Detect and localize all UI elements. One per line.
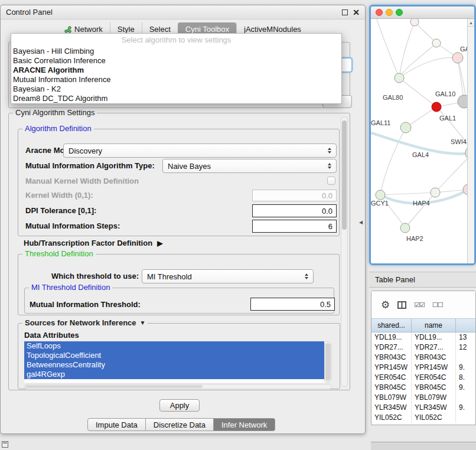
dropdown-placeholder: Select algorithm to view settings bbox=[11, 35, 341, 47]
node-label-hap2: HAP2 bbox=[406, 235, 423, 242]
data-attributes-listbox: SelfLoopsTopologicalCoefficientBetweenne… bbox=[24, 341, 332, 383]
network-node-6[interactable] bbox=[400, 122, 411, 133]
mi-steps-field[interactable]: 6 bbox=[252, 220, 337, 233]
kernel-width-field[interactable]: 0.0 bbox=[252, 190, 337, 201]
scroll-up-arrow-icon[interactable]: ▲ bbox=[468, 19, 474, 27]
attributes-hscrollbar[interactable] bbox=[24, 384, 332, 389]
network-node-9[interactable] bbox=[431, 188, 440, 197]
zoom-button[interactable] bbox=[396, 9, 403, 16]
algorithm-dropdown-list: Bayesian - Hill ClimbingBasic Correlatio… bbox=[11, 47, 341, 103]
node-label-gcy1: GCY1 bbox=[371, 200, 389, 207]
mi-type-combo[interactable]: Naive Bayes bbox=[162, 159, 337, 173]
table-cell: YBL079W bbox=[412, 393, 456, 403]
close-icon[interactable]: ✕ bbox=[353, 8, 360, 17]
table-cell: YBR045C bbox=[371, 383, 412, 393]
column-header-shared[interactable]: shared... bbox=[371, 318, 412, 332]
network-node-3[interactable] bbox=[395, 73, 404, 83]
hub-section-toggle[interactable]: Hub/Transcription Factor Definition ▶ bbox=[24, 239, 162, 247]
panel-collapse-arrow[interactable]: ◀ bbox=[359, 220, 363, 225]
node-label-gal80: GAL80 bbox=[383, 94, 403, 101]
threshold-definition-group: Threshold Definition Which threshold to … bbox=[18, 254, 340, 315]
sources-group-title[interactable]: Sources for Network Inference ▼ bbox=[22, 318, 148, 328]
column-header-2[interactable] bbox=[456, 318, 476, 332]
mi-type-value: Naive Bayes bbox=[168, 162, 211, 171]
table-panel-title: Table Panel bbox=[375, 275, 415, 284]
attribute-item-topologicalcoefficient[interactable]: TopologicalCoefficient bbox=[24, 351, 324, 360]
attribute-item-betweennesscentrality[interactable]: BetweennessCentrality bbox=[24, 360, 324, 370]
table-cell: 12 bbox=[456, 343, 476, 353]
dpi-tolerance-field[interactable]: 0.0 bbox=[252, 204, 337, 217]
which-threshold-combo[interactable]: MI Threshold bbox=[142, 269, 314, 283]
table-row[interactable]: YPR145WYPR145W9. bbox=[371, 363, 475, 373]
algorithm-option-bayesian-k2[interactable]: Bayesian - K2 bbox=[11, 84, 341, 94]
network-node-2[interactable] bbox=[452, 53, 463, 63]
network-node-8[interactable] bbox=[376, 190, 385, 200]
mi-threshold-field[interactable]: 0.5 bbox=[250, 298, 335, 311]
sources-group: Sources for Network Inference ▼ Data Att… bbox=[18, 323, 340, 389]
attributes-hscrollbar-thumb[interactable] bbox=[25, 385, 203, 388]
algorithm-option-bayesian-hill-climbing[interactable]: Bayesian - Hill Climbing bbox=[11, 47, 341, 56]
float-window-icon[interactable] bbox=[342, 9, 348, 15]
table-row[interactable]: YBL079WYBL079W bbox=[371, 393, 475, 403]
attributes-vscrollbar[interactable] bbox=[324, 341, 332, 383]
bottom-tab-discretize-data[interactable]: Discretize Data bbox=[146, 418, 214, 431]
attributes-vscrollbar-thumb[interactable] bbox=[325, 343, 331, 381]
settings-scrollbar-thumb[interactable] bbox=[342, 120, 347, 230]
network-view-window: GAL7GAL80GAL10GAL11GAL1SWI4GAL4GCY1HAP4H… bbox=[369, 5, 476, 265]
minimize-button[interactable] bbox=[386, 9, 393, 16]
settings-scrollbar[interactable] bbox=[341, 116, 348, 387]
table-row[interactable]: YLR345WYLR345W9. bbox=[371, 403, 475, 413]
network-node-1[interactable] bbox=[432, 39, 441, 47]
table-row[interactable]: YDL19...YDL19...13 bbox=[371, 332, 475, 343]
table-cell: YPR145W bbox=[371, 363, 412, 373]
table-row[interactable]: YBR045CYBR045C9. bbox=[371, 383, 475, 393]
node-label-gal4: GAL4 bbox=[412, 151, 429, 158]
attribute-item-selfloops[interactable]: SelfLoops bbox=[24, 341, 324, 351]
column-visibility-icon[interactable] bbox=[397, 301, 406, 309]
table-cell: YBL079W bbox=[371, 393, 412, 403]
network-canvas[interactable]: GAL7GAL80GAL10GAL11GAL1SWI4GAL4GCY1HAP4H… bbox=[371, 19, 474, 263]
network-titlebar[interactable] bbox=[371, 6, 474, 19]
attribute-item-gal4rgexp[interactable]: gal4RGexp bbox=[24, 370, 324, 379]
network-canvas-container[interactable]: GAL7GAL80GAL10GAL11GAL1SWI4GAL4GCY1HAP4H… bbox=[371, 19, 474, 263]
hub-section-label: Hub/Transcription Factor Definition bbox=[24, 239, 152, 247]
select-all-icon[interactable]: ☑☑ bbox=[414, 302, 425, 308]
deselect-all-icon[interactable]: ☐☐ bbox=[432, 302, 443, 308]
node-label-hap4: HAP4 bbox=[413, 200, 430, 207]
network-node-5[interactable] bbox=[432, 102, 441, 112]
which-threshold-label: Which threshold to use: bbox=[51, 272, 139, 281]
bottom-tab-infer-network[interactable]: Infer Network bbox=[214, 418, 275, 431]
algorithm-option-aracne-algorithm[interactable]: ARACNE Algorithm bbox=[11, 66, 341, 75]
column-header-name[interactable]: name bbox=[412, 318, 456, 332]
table-cell: YER054C bbox=[371, 373, 412, 383]
bottom-tab-impute-data[interactable]: Impute Data bbox=[87, 418, 146, 431]
aracne-mode-combo[interactable]: Discovery bbox=[63, 144, 337, 158]
table-cell: YBR043C bbox=[412, 353, 456, 363]
network-vscrollbar[interactable]: ▲ bbox=[467, 19, 474, 263]
table-panel-header[interactable]: Table Panel bbox=[369, 272, 476, 288]
window-title: Control Panel bbox=[6, 8, 53, 17]
mi-threshold-group: MI Threshold Definition Mutual Informati… bbox=[24, 288, 334, 314]
table-cell bbox=[456, 353, 476, 363]
close-button[interactable] bbox=[376, 9, 383, 16]
table-cell: 9. bbox=[456, 383, 476, 393]
table-row[interactable]: YIL052CYIL052C bbox=[371, 413, 475, 423]
table-cell: YDR27... bbox=[412, 343, 456, 353]
restore-panel-icon[interactable] bbox=[2, 441, 8, 448]
network-node-11[interactable] bbox=[400, 223, 410, 233]
table-cell: YBR043C bbox=[371, 353, 412, 363]
table-row[interactable]: YBR043CYBR043C bbox=[371, 353, 475, 363]
tab-label: Cyni Toolbox bbox=[185, 25, 229, 34]
algorithm-option-mutual-information-inference[interactable]: Mutual Information Inference bbox=[11, 75, 341, 84]
algorithm-option-basic-correlation-inference[interactable]: Basic Correlation Inference bbox=[11, 56, 341, 66]
manual-kernel-checkbox[interactable] bbox=[327, 177, 335, 185]
table-row[interactable]: YDR27...YDR27...12 bbox=[371, 343, 475, 353]
network-node-0[interactable] bbox=[410, 19, 419, 26]
gear-icon[interactable]: ⚙ bbox=[381, 300, 390, 310]
algorithm-option-dream8-dc-tdc-algorithm[interactable]: Dream8 DC_TDC Algorithm bbox=[11, 94, 341, 103]
apply-button[interactable]: Apply bbox=[159, 399, 200, 412]
table-row[interactable]: YER054CYER054C8. bbox=[371, 373, 475, 383]
node-label-swi4: SWI4 bbox=[451, 138, 467, 145]
control-panel-titlebar[interactable]: Control Panel ✕ bbox=[1, 5, 365, 19]
table-cell: 8. bbox=[456, 373, 476, 383]
